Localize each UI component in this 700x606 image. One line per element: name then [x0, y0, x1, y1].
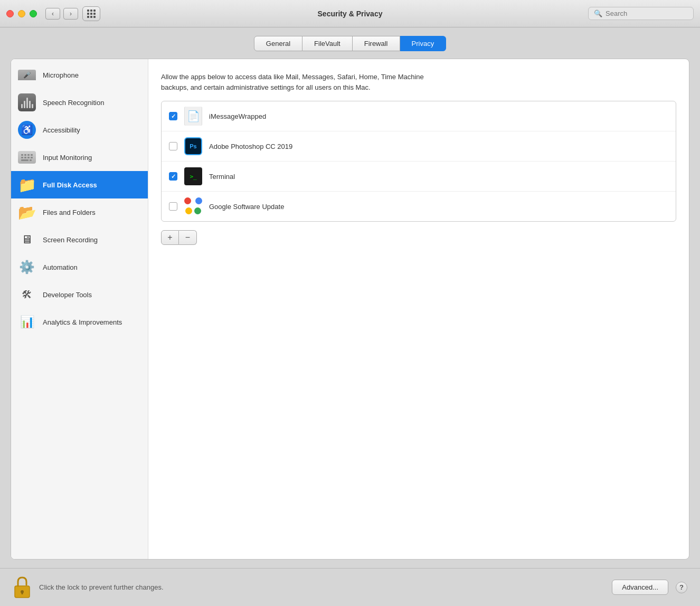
maximize-button[interactable] — [30, 10, 37, 17]
sidebar-label-developer-tools: Developer Tools — [43, 291, 92, 299]
keyboard-icon — [17, 148, 36, 167]
grid-icon — [87, 10, 96, 18]
lock-text: Click the lock to prevent further change… — [39, 583, 604, 591]
detail-description: Allow the apps below to access data like… — [161, 72, 436, 92]
app-grid-button[interactable] — [82, 6, 100, 21]
terminal-name: Terminal — [209, 173, 235, 181]
sidebar-item-developer-tools[interactable]: 🛠 Developer Tools — [11, 281, 148, 308]
microphone-icon: 🎤 — [17, 65, 36, 84]
add-app-button[interactable]: + — [161, 230, 179, 245]
close-button[interactable] — [6, 10, 14, 17]
tab-privacy[interactable]: Privacy — [400, 36, 447, 51]
imessagewrapped-checkbox[interactable] — [169, 112, 177, 120]
sidebar-item-input-monitoring[interactable]: Input Monitoring — [11, 144, 148, 171]
sidebar-label-input-monitoring: Input Monitoring — [43, 154, 92, 162]
help-button[interactable]: ? — [676, 582, 687, 593]
sidebar-label-full-disk-access: Full Disk Access — [43, 181, 97, 189]
accessibility-icon: ♿ — [17, 120, 36, 139]
photoshop-name: Adobe Photoshop CC 2019 — [209, 143, 292, 150]
main-content: General FileVault Firewall Privacy 🎤 Mic… — [0, 27, 700, 568]
sidebar: 🎤 Microphone — [11, 59, 148, 559]
list-item: 📄 iMessageWrapped — [162, 101, 676, 131]
panel: 🎤 Microphone — [11, 59, 689, 560]
photoshop-icon: Ps — [184, 137, 203, 156]
google-update-name: Google Software Update — [209, 203, 284, 211]
sidebar-label-files-and-folders: Files and Folders — [43, 209, 96, 216]
folder-light-icon: 📂 — [17, 203, 36, 222]
google-update-icon — [184, 197, 203, 216]
app-list: 📄 iMessageWrapped Ps Adobe Photoshop CC … — [161, 101, 676, 222]
photoshop-checkbox[interactable] — [169, 142, 177, 150]
detail-pane: Allow the apps below to access data like… — [148, 59, 689, 559]
tabs: General FileVault Firewall Privacy — [11, 36, 689, 51]
back-button[interactable]: ‹ — [45, 8, 60, 20]
svg-rect-2 — [22, 592, 23, 594]
terminal-checkbox[interactable] — [169, 172, 177, 181]
remove-app-button[interactable]: − — [179, 230, 197, 245]
forward-button[interactable]: › — [63, 8, 78, 20]
sidebar-item-accessibility[interactable]: ♿ Accessibility — [11, 116, 148, 144]
search-icon: 🔍 — [594, 10, 602, 17]
folder-blue-icon: 📁 — [17, 175, 36, 194]
traffic-lights — [6, 10, 37, 17]
analytics-icon: 📊 — [17, 313, 36, 332]
sidebar-item-automation[interactable]: ⚙️ Automation — [11, 253, 148, 281]
gear-icon: ⚙️ — [17, 258, 36, 277]
list-item: Google Software Update — [162, 192, 676, 221]
window-title: Security & Privacy — [318, 10, 383, 18]
tab-firewall[interactable]: Firewall — [353, 36, 400, 51]
sidebar-label-screen-recording: Screen Recording — [43, 236, 98, 244]
dev-icon: 🛠 — [17, 285, 36, 304]
monitor-icon: 🖥 — [17, 230, 36, 249]
minimize-button[interactable] — [18, 10, 25, 17]
titlebar: ‹ › Security & Privacy 🔍 — [0, 0, 700, 27]
imessagewrapped-icon: 📄 — [184, 107, 203, 126]
tab-general[interactable]: General — [254, 36, 302, 51]
sidebar-label-analytics: Analytics & Improvements — [43, 318, 122, 326]
search-bar[interactable]: 🔍 — [588, 7, 694, 20]
list-controls: + − — [161, 230, 676, 245]
speech-icon — [17, 93, 36, 112]
sidebar-label-microphone: Microphone — [43, 71, 79, 79]
sidebar-label-automation: Automation — [43, 263, 78, 271]
sidebar-item-speech-recognition[interactable]: Speech Recognition — [11, 89, 148, 116]
sidebar-item-microphone[interactable]: 🎤 Microphone — [11, 61, 148, 89]
lock-button[interactable] — [13, 575, 32, 600]
list-item: Ps Adobe Photoshop CC 2019 — [162, 131, 676, 162]
sidebar-label-accessibility: Accessibility — [43, 126, 80, 134]
terminal-icon: >_ — [184, 167, 203, 186]
sidebar-label-speech: Speech Recognition — [43, 99, 104, 107]
google-update-checkbox[interactable] — [169, 202, 177, 211]
nav-buttons: ‹ › — [45, 8, 78, 20]
sidebar-item-screen-recording[interactable]: 🖥 Screen Recording — [11, 226, 148, 253]
bottom-bar: Click the lock to prevent further change… — [0, 568, 700, 606]
sidebar-item-full-disk-access[interactable]: 📁 Full Disk Access — [11, 171, 148, 198]
tab-filevault[interactable]: FileVault — [302, 36, 353, 51]
sidebar-item-files-and-folders[interactable]: 📂 Files and Folders — [11, 198, 148, 226]
search-input[interactable] — [606, 10, 688, 17]
sidebar-item-analytics[interactable]: 📊 Analytics & Improvements — [11, 308, 148, 336]
list-item: >_ Terminal — [162, 162, 676, 192]
advanced-button[interactable]: Advanced... — [612, 580, 668, 595]
imessagewrapped-name: iMessageWrapped — [209, 112, 266, 120]
